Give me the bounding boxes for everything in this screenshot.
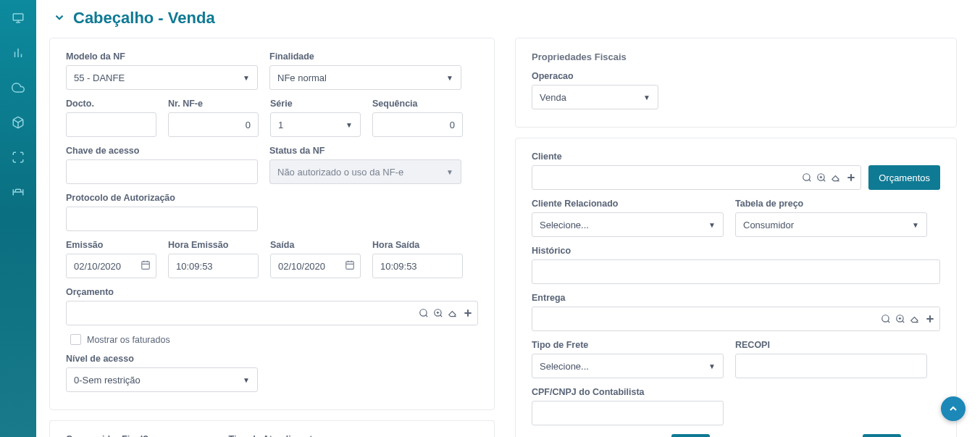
caret-icon: ▼ [345,121,353,129]
calendar-icon[interactable] [345,260,355,272]
monitor-icon[interactable] [11,11,25,25]
tipo-frete-label: Tipo de Frete [532,340,724,350]
cliente-rel-label: Cliente Relacionado [532,199,724,209]
modelo-select[interactable]: 55 - DANFE▼ [66,65,258,90]
consumidor-label: Consumidor Final? [66,434,167,437]
caret-icon: ▼ [446,168,453,176]
status-select: Não autorizado o uso da NF-e▼ [269,159,461,184]
chave-label: Chave de acesso [66,146,258,156]
cloud-icon[interactable] [11,80,25,95]
svg-rect-11 [346,262,354,270]
zoom-icon[interactable] [433,308,443,318]
svg-line-36 [902,321,905,323]
tipo-atend-label: Tipo de Atendimento [229,434,478,437]
finalidade-label: Finalidade [269,51,461,62]
historico-input[interactable] [532,259,940,284]
plus-icon[interactable] [924,313,936,325]
tipo-frete-select[interactable]: Selecione...▼ [532,354,724,378]
plus-icon[interactable] [845,172,857,183]
svg-rect-7 [142,262,150,270]
obter-titulo-button[interactable]: Obter [671,434,710,437]
caret-icon: ▼ [708,362,716,370]
docto-label: Docto. [66,99,156,109]
caret-icon: ▼ [446,74,453,82]
main: Cabeçalho - Venda Modelo da NF 55 - DANF… [36,0,980,437]
caret-icon: ▼ [243,376,250,384]
svg-rect-0 [13,14,23,20]
nivel-select[interactable]: 0-Sem restrição▼ [66,367,258,392]
caret-icon: ▼ [243,74,250,82]
cliente-label: Cliente [532,151,940,162]
entrega-input[interactable] [532,307,940,331]
tabela-label: Tabela de preço [735,199,927,209]
cpfcnpj-label: CPF/CNPJ do Contabilista [532,387,724,397]
orcamentos-button[interactable]: Orçamentos [868,165,940,190]
sequencia-input[interactable] [372,112,463,137]
hora-emissao-input[interactable] [168,254,259,278]
scroll-top-button[interactable] [941,396,966,421]
panel-left-2: Consumidor Final? Não▼ Obter Tipo de Ate… [49,420,495,437]
protocolo-input[interactable] [66,207,258,231]
caret-icon: ▼ [643,93,650,101]
bed-icon[interactable] [11,185,25,199]
obter-estoque-button[interactable]: Obter [863,434,901,437]
hora-saida-label: Hora Saída [372,240,463,250]
cube-icon[interactable] [11,115,25,130]
protocolo-label: Protocolo de Autorização [66,193,258,203]
emissao-label: Emissão [66,240,156,250]
tabela-select[interactable]: Consumidor▼ [735,212,927,237]
orcamento-label: Orçamento [66,287,478,297]
nrnfe-input[interactable] [168,112,259,137]
operacao-select[interactable]: Venda▼ [532,85,658,109]
expand-icon[interactable] [11,150,25,165]
chevron-down-icon [53,11,66,26]
zoom-icon[interactable] [816,172,826,183]
cpfcnpj-input[interactable] [532,401,724,425]
docto-input[interactable] [66,112,156,137]
panel-left: Modelo da NF 55 - DANFE▼ Finalidade NFe … [49,38,495,410]
hora-emissao-label: Hora Emissão [168,240,259,250]
search-icon[interactable] [802,172,812,183]
erase-icon[interactable] [910,314,920,324]
section-header[interactable]: Cabeçalho - Venda [53,9,967,28]
svg-line-20 [440,315,443,317]
operacao-label: Operacao [532,71,658,81]
svg-line-28 [824,180,826,182]
recopi-label: RECOPI [735,340,927,350]
section-title: Cabeçalho - Venda [73,9,215,28]
svg-point-15 [420,309,427,316]
status-label: Status da NF [269,146,461,156]
saida-label: Saída [270,240,361,250]
serie-label: Série [270,99,361,109]
search-icon[interactable] [881,314,891,324]
nrnfe-label: Nr. NF-e [168,99,259,109]
erase-icon[interactable] [448,308,458,318]
serie-select[interactable]: 1▼ [270,112,361,137]
props-fiscais-heading: Propriedades Fiscais [532,51,940,62]
search-icon[interactable] [419,308,429,318]
chave-input[interactable] [66,159,258,184]
svg-point-23 [803,174,810,180]
svg-point-31 [882,315,889,322]
caret-icon: ▼ [708,221,716,229]
sidebar [0,0,36,437]
zoom-icon[interactable] [895,314,905,324]
entrega-label: Entrega [532,293,940,303]
recopi-input[interactable] [735,354,927,378]
hora-saida-input[interactable] [372,254,463,278]
modelo-label: Modelo da NF [66,51,258,62]
mostrar-faturados-checkbox[interactable]: Mostrar os faturados [70,334,170,345]
plus-icon[interactable] [462,307,474,319]
svg-line-32 [888,321,890,323]
nivel-label: Nível de acesso [66,354,258,364]
caret-icon: ▼ [912,221,919,229]
cliente-rel-select[interactable]: Selecione...▼ [532,212,724,237]
sequencia-label: Sequência [372,99,463,109]
chart-icon[interactable] [11,46,25,60]
svg-line-16 [426,315,428,317]
erase-icon[interactable] [831,172,841,183]
calendar-icon[interactable] [141,260,151,272]
historico-label: Histórico [532,246,940,256]
finalidade-select[interactable]: NFe normal▼ [269,65,461,90]
orcamento-input[interactable] [66,301,478,325]
